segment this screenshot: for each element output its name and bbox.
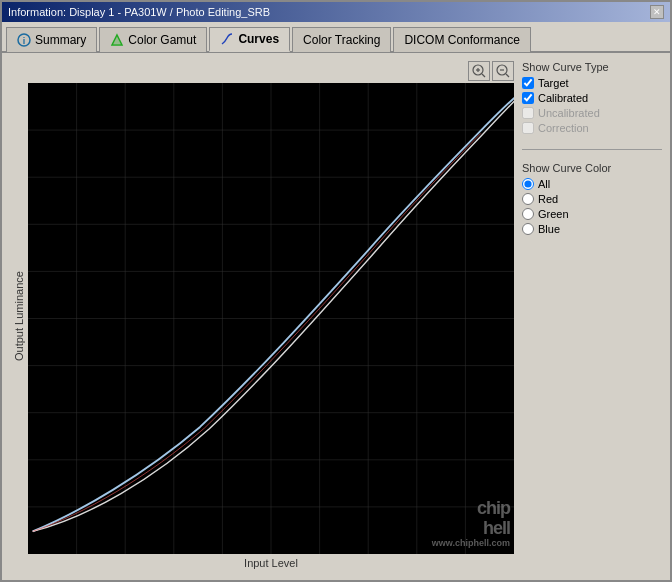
close-button[interactable]: ✕ bbox=[650, 5, 664, 19]
tab-dicom[interactable]: DICOM Conformance bbox=[393, 27, 530, 52]
watermark-url: www.chiphell.com bbox=[432, 538, 510, 550]
main-window: Information: Display 1 - PA301W / Photo … bbox=[0, 0, 672, 582]
blue-radio[interactable] bbox=[522, 223, 534, 235]
gamut-icon bbox=[110, 33, 124, 47]
section-divider bbox=[522, 149, 662, 150]
radio-red: Red bbox=[522, 193, 662, 205]
tab-curves-label: Curves bbox=[238, 32, 279, 46]
curve-type-section: Show Curve Type Target Calibrated Uncali… bbox=[522, 61, 662, 137]
red-radio[interactable] bbox=[522, 193, 534, 205]
watermark: chiphell www.chiphell.com bbox=[432, 499, 510, 550]
window-title: Information: Display 1 - PA301W / Photo … bbox=[8, 6, 270, 18]
tab-color-gamut[interactable]: Color Gamut bbox=[99, 27, 207, 52]
chart-container: Output Luminance bbox=[10, 61, 514, 572]
info-icon: i bbox=[17, 33, 31, 47]
svg-text:i: i bbox=[23, 36, 26, 46]
blue-label: Blue bbox=[538, 223, 560, 235]
uncalibrated-label: Uncalibrated bbox=[538, 107, 600, 119]
checkbox-correction: Correction bbox=[522, 122, 662, 134]
chart-grid-svg bbox=[28, 83, 514, 554]
green-label: Green bbox=[538, 208, 569, 220]
tab-color-gamut-label: Color Gamut bbox=[128, 33, 196, 47]
svg-line-10 bbox=[506, 74, 509, 77]
radio-blue: Blue bbox=[522, 223, 662, 235]
content-area: Output Luminance bbox=[2, 53, 670, 580]
calibrated-checkbox[interactable] bbox=[522, 92, 534, 104]
red-label: Red bbox=[538, 193, 558, 205]
correction-checkbox bbox=[522, 122, 534, 134]
right-panel: Show Curve Type Target Calibrated Uncali… bbox=[522, 61, 662, 572]
tab-bar: i Summary Color Gamut Curves Colo bbox=[2, 22, 670, 53]
x-axis-label: Input Level bbox=[28, 554, 514, 572]
curve-type-title: Show Curve Type bbox=[522, 61, 662, 73]
curve-color-section: Show Curve Color All Red Green Blue bbox=[522, 162, 662, 238]
checkbox-target: Target bbox=[522, 77, 662, 89]
tab-curves[interactable]: Curves bbox=[209, 27, 290, 52]
tab-summary[interactable]: i Summary bbox=[6, 27, 97, 52]
checkbox-uncalibrated: Uncalibrated bbox=[522, 107, 662, 119]
tab-color-tracking-label: Color Tracking bbox=[303, 33, 380, 47]
target-checkbox[interactable] bbox=[522, 77, 534, 89]
zoom-controls bbox=[28, 61, 514, 81]
zoom-in-button[interactable] bbox=[468, 61, 490, 81]
svg-line-7 bbox=[482, 74, 485, 77]
title-bar: Information: Display 1 - PA301W / Photo … bbox=[2, 2, 670, 22]
checkbox-calibrated: Calibrated bbox=[522, 92, 662, 104]
chart-inner: Output Luminance bbox=[10, 61, 514, 572]
title-bar-text: Information: Display 1 - PA301W / Photo … bbox=[8, 6, 270, 18]
curve-color-title: Show Curve Color bbox=[522, 162, 662, 174]
radio-all: All bbox=[522, 178, 662, 190]
y-axis-label: Output Luminance bbox=[10, 61, 28, 572]
calibrated-label: Calibrated bbox=[538, 92, 588, 104]
uncalibrated-checkbox bbox=[522, 107, 534, 119]
all-radio[interactable] bbox=[522, 178, 534, 190]
radio-green: Green bbox=[522, 208, 662, 220]
tab-color-tracking[interactable]: Color Tracking bbox=[292, 27, 391, 52]
zoom-out-button[interactable] bbox=[492, 61, 514, 81]
tab-summary-label: Summary bbox=[35, 33, 86, 47]
chart-plot-area: chiphell www.chiphell.com Input Level bbox=[28, 61, 514, 572]
green-radio[interactable] bbox=[522, 208, 534, 220]
curves-icon bbox=[220, 32, 234, 46]
target-label: Target bbox=[538, 77, 569, 89]
all-label: All bbox=[538, 178, 550, 190]
tab-dicom-label: DICOM Conformance bbox=[404, 33, 519, 47]
correction-label: Correction bbox=[538, 122, 589, 134]
chart-canvas: chiphell www.chiphell.com bbox=[28, 83, 514, 554]
